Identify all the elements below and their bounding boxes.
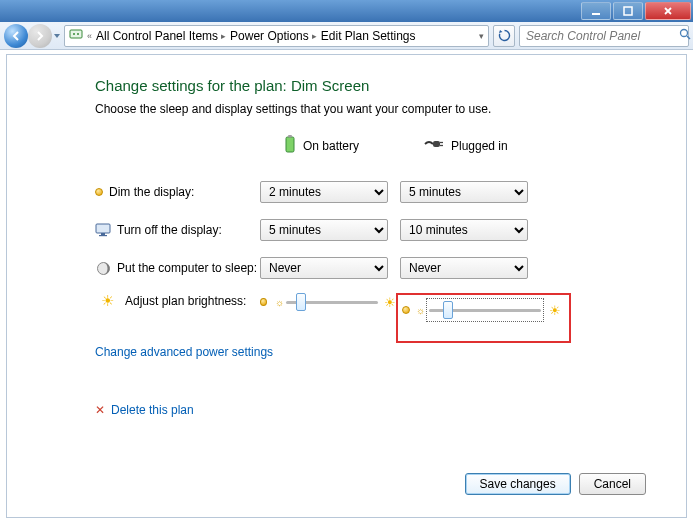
moon-icon <box>95 260 111 276</box>
explorer-toolbar: « All Control Panel Items ▸ Power Option… <box>0 22 693 50</box>
page-subtitle: Choose the sleep and display settings th… <box>95 102 686 116</box>
off-label: Turn off the display: <box>117 223 222 237</box>
col-on-battery: On battery <box>283 134 423 157</box>
dim-label: Dim the display: <box>109 185 194 199</box>
sleep-plugged-select[interactable]: Never <box>400 257 528 279</box>
sun-small-icon: ☼ <box>416 305 425 316</box>
page-title: Change settings for the plan: Dim Screen <box>95 77 686 94</box>
svg-rect-0 <box>592 13 600 15</box>
cancel-button[interactable]: Cancel <box>579 473 646 495</box>
brightness-plugged-slider[interactable] <box>429 301 541 319</box>
monitor-icon <box>95 222 111 238</box>
svg-rect-2 <box>70 30 82 38</box>
dialog-buttons: Save changes Cancel <box>465 473 646 495</box>
svg-point-5 <box>681 29 688 36</box>
off-battery-select[interactable]: 5 minutes <box>260 219 388 241</box>
highlight-rectangle: ☼ ☀ <box>396 293 571 343</box>
delete-plan-link[interactable]: Delete this plan <box>111 403 194 417</box>
col-plugged-in: Plugged in <box>423 137 563 154</box>
sun-icon: ☀ <box>99 293 115 309</box>
row-dim-display: Dim the display: 2 minutes 5 minutes <box>95 173 686 211</box>
save-button[interactable]: Save changes <box>465 473 571 495</box>
window-maximize-button[interactable] <box>613 2 643 20</box>
row-off-display: Turn off the display: 5 minutes 10 minut… <box>95 211 686 249</box>
delete-icon: ✕ <box>95 403 105 417</box>
chevron-right-icon: ▸ <box>312 31 317 41</box>
advanced-settings-link[interactable]: Change advanced power settings <box>95 345 273 359</box>
svg-rect-7 <box>286 137 294 152</box>
sun-small-icon: ☼ <box>275 297 284 308</box>
svg-point-3 <box>73 33 75 35</box>
svg-rect-8 <box>288 135 292 138</box>
chevron-right-icon: ▸ <box>221 31 226 41</box>
brightness-battery-bullet <box>260 298 267 306</box>
row-brightness: ☀ Adjust plan brightness: ☼ ☀ ☼ <box>95 287 686 325</box>
control-panel-icon <box>69 27 83 44</box>
plug-icon <box>423 137 445 154</box>
window-minimize-button[interactable] <box>581 2 611 20</box>
breadcrumb-bar[interactable]: « All Control Panel Items ▸ Power Option… <box>64 25 489 47</box>
chevron-left-icon: « <box>87 31 92 41</box>
sun-large-icon: ☀ <box>549 303 561 318</box>
svg-rect-12 <box>96 224 110 233</box>
svg-line-6 <box>687 36 690 39</box>
nav-back-button[interactable] <box>4 24 28 48</box>
off-plugged-select[interactable]: 10 minutes <box>400 219 528 241</box>
nav-history-dropdown[interactable] <box>54 34 60 38</box>
row-sleep: Put the computer to sleep: Never Never <box>95 249 686 287</box>
dim-icon <box>95 188 103 196</box>
svg-point-4 <box>77 33 79 35</box>
brightness-plugged-bullet <box>402 306 410 314</box>
svg-rect-14 <box>99 235 107 236</box>
svg-rect-1 <box>624 7 632 15</box>
col-plugged-label: Plugged in <box>451 139 508 153</box>
dim-battery-select[interactable]: 2 minutes <box>260 181 388 203</box>
breadcrumb-item-edit[interactable]: Edit Plan Settings <box>321 29 416 43</box>
col-battery-label: On battery <box>303 139 359 153</box>
chevron-down-icon[interactable]: ▾ <box>479 31 484 41</box>
breadcrumb-item-power[interactable]: Power Options ▸ <box>230 29 317 43</box>
nav-forward-button[interactable] <box>28 24 52 48</box>
sun-large-icon: ☀ <box>384 295 396 310</box>
sleep-label: Put the computer to sleep: <box>117 261 257 275</box>
column-headers: On battery Plugged in <box>255 134 686 157</box>
content-pane: Change settings for the plan: Dim Screen… <box>6 54 687 518</box>
search-input[interactable] <box>524 28 679 44</box>
refresh-button[interactable] <box>493 25 515 47</box>
sleep-battery-select[interactable]: Never <box>260 257 388 279</box>
search-icon[interactable] <box>679 28 692 44</box>
breadcrumb-item-all[interactable]: All Control Panel Items ▸ <box>96 29 226 43</box>
search-box[interactable] <box>519 25 689 47</box>
dim-plugged-select[interactable]: 5 minutes <box>400 181 528 203</box>
window-titlebar <box>0 0 693 22</box>
svg-rect-9 <box>433 141 440 147</box>
window-close-button[interactable] <box>645 2 691 20</box>
battery-icon <box>283 134 297 157</box>
brightness-battery-slider[interactable] <box>286 293 378 311</box>
svg-rect-13 <box>101 233 105 235</box>
brightness-label: Adjust plan brightness: <box>125 294 246 308</box>
